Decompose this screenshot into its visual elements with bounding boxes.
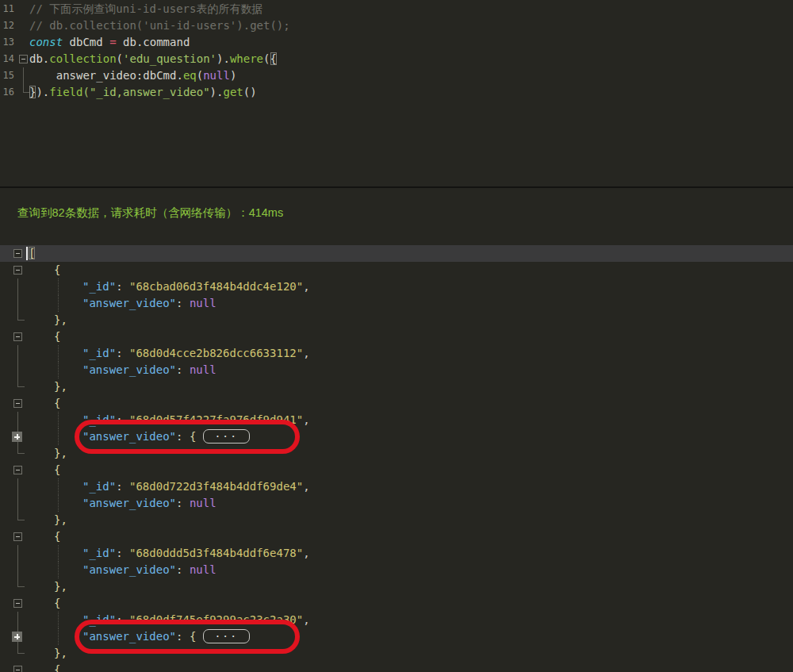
json-row: { xyxy=(0,262,793,278)
json-row: "_id": "68d0d4cce2b826dcc6633112", xyxy=(0,345,793,362)
json-row: "answer_video": null xyxy=(0,362,793,378)
fold-collapse-icon[interactable] xyxy=(13,249,22,258)
code-editor[interactable]: 11// 下面示例查询uni-id-users表的所有数据12// db.col… xyxy=(0,1,793,186)
fold-collapse-icon[interactable] xyxy=(13,599,22,608)
json-id-field: "_id": "68d0df745ef9299ac23c2a30", xyxy=(82,612,310,628)
query-console: { "colors": { "background": "#262621", "… xyxy=(0,0,793,672)
fold-guide-line xyxy=(23,67,24,84)
json-row: "answer_video": null xyxy=(0,295,793,312)
json-answer-video-field: "answer_video": { ··· xyxy=(82,628,250,645)
line-number: 16 xyxy=(0,84,14,101)
code-text: db.collection('edu_question').where({ xyxy=(29,51,277,67)
fold-collapse-icon[interactable] xyxy=(13,532,22,541)
fold-collapse-icon[interactable] xyxy=(19,55,28,63)
json-row: }, xyxy=(0,645,793,662)
json-id-field: "_id": "68d0d57f4227fa976df9d941", xyxy=(82,412,310,428)
indent-guide xyxy=(58,412,59,428)
json-row: "answer_video": { ··· xyxy=(0,628,793,645)
json-row: }, xyxy=(0,578,793,595)
json-id-field: "_id": "68d0d4cce2b826dcc6633112", xyxy=(82,345,310,362)
indent-guide xyxy=(58,362,59,378)
json-row: { xyxy=(0,528,793,545)
indent-guide xyxy=(58,428,59,445)
code-text: // 下面示例查询uni-id-users表的所有数据 xyxy=(29,1,262,17)
json-row: { xyxy=(0,328,793,345)
code-line: 15 answer_video:dbCmd.eq(null) xyxy=(0,67,793,84)
json-answer-video-field: "answer_video": null xyxy=(82,495,216,512)
json-row: "_id": "68d0df745ef9299ac23c2a30", xyxy=(0,612,793,628)
json-root-bracket: [ xyxy=(29,245,35,262)
json-row: { xyxy=(0,595,793,612)
indent-guide xyxy=(58,278,59,295)
fold-collapse-icon[interactable] xyxy=(13,399,22,408)
json-answer-video-field: "answer_video": null xyxy=(82,362,216,378)
code-line: 12// db.collection('uni-id-users').get()… xyxy=(0,17,793,34)
json-row: }, xyxy=(0,512,793,528)
code-text: answer_video:dbCmd.eq(null) xyxy=(29,67,236,84)
section-divider xyxy=(0,186,793,188)
json-row: { xyxy=(0,462,793,478)
json-row: "_id": "68d0ddd5d3f484b4ddf6e478", xyxy=(0,545,793,562)
code-line: 11// 下面示例查询uni-id-users表的所有数据 xyxy=(0,1,793,17)
json-answer-video-field: "answer_video": { ··· xyxy=(82,428,250,445)
query-status-text: 查询到82条数据，请求耗时（含网络传输）：414ms xyxy=(17,205,283,221)
json-row: }, xyxy=(0,378,793,395)
indent-guide xyxy=(58,478,59,495)
json-row: "answer_video": { ··· xyxy=(0,428,793,445)
indent-guide xyxy=(58,295,59,312)
code-line: 13const dbCmd = db.command xyxy=(0,34,793,51)
json-id-field: "_id": "68d0ddd5d3f484b4ddf6e478", xyxy=(82,545,310,562)
fold-collapse-icon[interactable] xyxy=(13,266,22,275)
json-answer-video-field: "answer_video": null xyxy=(82,295,216,312)
indent-guide xyxy=(58,628,59,645)
fold-collapse-icon[interactable] xyxy=(13,332,22,341)
indent-guide xyxy=(58,562,59,578)
text-cursor xyxy=(26,247,28,260)
indent-guide xyxy=(58,495,59,512)
line-number: 12 xyxy=(0,17,14,34)
code-line: 14db.collection('edu_question').where({ xyxy=(0,51,793,67)
code-text: const dbCmd = db.command xyxy=(29,34,190,51)
json-row: }, xyxy=(0,312,793,328)
json-result-viewer[interactable]: [{"_id": "68cbad06d3f484b4ddc4e120","ans… xyxy=(0,245,793,672)
line-number: 14 xyxy=(0,51,14,67)
fold-collapse-icon[interactable] xyxy=(13,466,22,474)
json-row: { xyxy=(0,662,793,672)
json-row: "_id": "68d0d57f4227fa976df9d941", xyxy=(0,412,793,428)
json-row: }, xyxy=(0,445,793,462)
json-answer-video-field: "answer_video": null xyxy=(82,562,216,578)
json-row: "answer_video": null xyxy=(0,495,793,512)
json-row: "answer_video": null xyxy=(0,562,793,578)
json-row: "_id": "68d0d722d3f484b4ddf69de4", xyxy=(0,478,793,495)
json-id-field: "_id": "68cbad06d3f484b4ddc4e120", xyxy=(82,278,310,295)
fold-expand-icon[interactable] xyxy=(12,632,22,642)
collapsed-object-placeholder[interactable]: ··· xyxy=(203,429,250,444)
line-number: 15 xyxy=(0,67,14,84)
code-text: }).field("_id,answer_video").get() xyxy=(29,84,257,101)
indent-guide xyxy=(58,345,59,362)
code-text: // db.collection('uni-id-users').get(); xyxy=(29,17,290,34)
code-line: 16}).field("_id,answer_video").get() xyxy=(0,84,793,101)
fold-expand-icon[interactable] xyxy=(12,432,22,442)
json-row: { xyxy=(0,395,793,412)
indent-guide xyxy=(58,545,59,562)
json-row: [ xyxy=(0,245,793,262)
collapsed-object-placeholder[interactable]: ··· xyxy=(203,629,250,643)
json-row: "_id": "68cbad06d3f484b4ddc4e120", xyxy=(0,278,793,295)
json-id-field: "_id": "68d0d722d3f484b4ddf69de4", xyxy=(82,478,310,495)
line-number: 13 xyxy=(0,34,14,51)
indent-guide xyxy=(58,612,59,628)
fold-collapse-icon[interactable] xyxy=(13,666,22,672)
line-number: 11 xyxy=(0,1,14,17)
